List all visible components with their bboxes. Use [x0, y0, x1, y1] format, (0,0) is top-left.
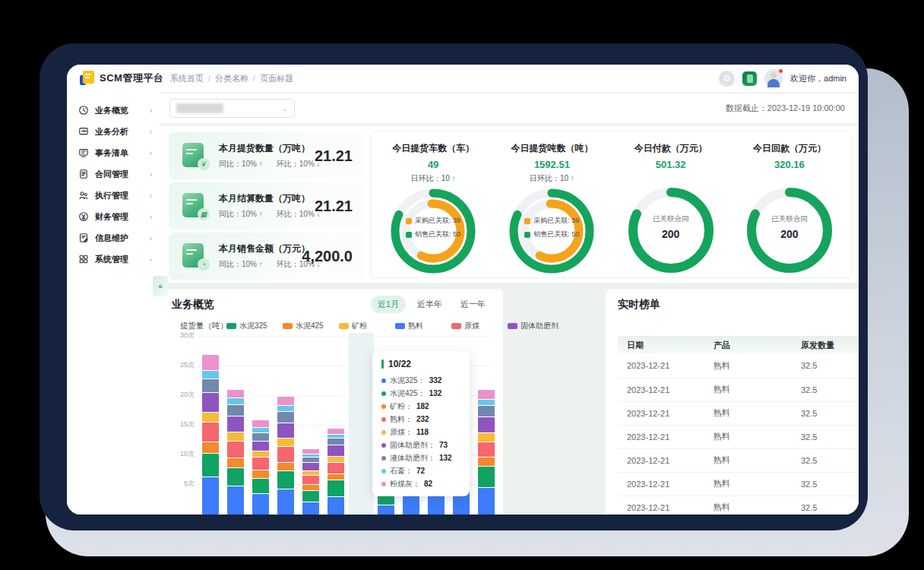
- bar-segment[interactable]: [227, 398, 244, 404]
- breadcrumb-item[interactable]: 页面标题: [260, 73, 293, 84]
- bar-segment[interactable]: [328, 474, 344, 480]
- bar-segment[interactable]: [302, 491, 319, 502]
- tab-近半年[interactable]: 近半年: [410, 296, 449, 313]
- bar-segment[interactable]: [478, 417, 495, 433]
- bar-segment[interactable]: [202, 477, 219, 515]
- chart-tooltip: 10/22 水泥325：332 水泥425：132 矿粉：182 熟料：232 …: [372, 351, 470, 496]
- bar-segment[interactable]: [478, 442, 495, 457]
- bar-segment[interactable]: [277, 439, 294, 447]
- sidebar-item-财务管理[interactable]: 财务管理 ›: [67, 206, 160, 227]
- bar-segment[interactable]: [328, 445, 344, 456]
- bar-segment[interactable]: [252, 451, 269, 458]
- bar-segment[interactable]: [227, 458, 244, 467]
- breadcrumb-item[interactable]: 分类名称: [215, 73, 248, 84]
- bar-segment[interactable]: [202, 423, 219, 442]
- bar-segment[interactable]: [328, 429, 344, 434]
- table-card-title: 实时榜单: [618, 298, 660, 312]
- sidebar-item-执行管理[interactable]: 执行管理 ›: [67, 185, 160, 206]
- bar-segment[interactable]: [252, 494, 269, 515]
- bar-segment[interactable]: [328, 480, 344, 496]
- bar-segment[interactable]: [202, 355, 219, 371]
- bar-segment[interactable]: [252, 420, 269, 427]
- sidebar-item-系统管理[interactable]: 系统管理 ›: [67, 249, 160, 270]
- bar-segment[interactable]: [252, 479, 269, 493]
- bar-segment[interactable]: [277, 471, 294, 488]
- bar-segment[interactable]: [277, 489, 294, 515]
- sidebar-item-业务分析[interactable]: 业务分析 ›: [67, 121, 160, 142]
- bar-segment[interactable]: [478, 458, 495, 466]
- screenshot-icon[interactable]: [742, 71, 757, 86]
- legend-item[interactable]: 水泥325: [226, 321, 283, 331]
- bar-segment[interactable]: [202, 379, 219, 392]
- bar-segment[interactable]: [302, 471, 319, 475]
- bar-segment[interactable]: [328, 435, 344, 438]
- bar-segment[interactable]: [252, 433, 269, 442]
- legend-item[interactable]: 熟料: [395, 321, 451, 331]
- sidebar-item-合同管理[interactable]: 合同管理 ›: [67, 163, 160, 185]
- legend-item[interactable]: 原煤: [451, 321, 508, 331]
- bar-segment[interactable]: [328, 439, 344, 445]
- bar-segment[interactable]: [378, 505, 394, 515]
- bar-segment[interactable]: [478, 406, 495, 416]
- y-axis-tick: 25次: [172, 360, 195, 370]
- bar-segment[interactable]: [202, 454, 219, 477]
- legend-item[interactable]: 矿粉: [339, 321, 395, 331]
- table-header: 日期产品原发数量车牌号: [618, 336, 859, 354]
- tooltip-row: 固体助磨剂：73: [381, 439, 460, 451]
- bar-segment[interactable]: [478, 400, 495, 405]
- bar-segment[interactable]: [302, 463, 319, 470]
- bar-segment[interactable]: [227, 432, 244, 441]
- bar-segment[interactable]: [277, 406, 294, 411]
- sidebar-item-业务概览[interactable]: 业务概览 ›: [67, 100, 160, 121]
- bar-segment[interactable]: [252, 470, 269, 479]
- bar-segment[interactable]: [277, 423, 294, 438]
- tooltip-row: 熟料：232: [381, 413, 460, 426]
- bar-segment[interactable]: [202, 413, 219, 422]
- sidebar-collapse-button[interactable]: «: [153, 276, 168, 296]
- stat-card: ¥ 本月提货数量（万吨） 同比：10% ↑环比：10% ↓ 21.21: [169, 132, 363, 179]
- bar-segment[interactable]: [328, 457, 344, 462]
- settings-gear-icon[interactable]: ⚙: [719, 71, 735, 87]
- filter-select[interactable]: ⌄: [169, 99, 295, 118]
- bar-segment[interactable]: [478, 467, 495, 487]
- legend-item[interactable]: 水泥425: [283, 321, 339, 331]
- bar-segment[interactable]: [478, 433, 495, 442]
- y-axis-tick: 30次: [172, 331, 195, 340]
- bar-segment[interactable]: [202, 442, 219, 453]
- sidebar-item-事务清单[interactable]: 事务清单 ›: [67, 142, 160, 163]
- table-column-header: 产品: [704, 336, 792, 354]
- bar-segment[interactable]: [252, 428, 269, 432]
- bar-segment[interactable]: [277, 447, 294, 461]
- bar-segment[interactable]: [202, 393, 219, 412]
- bar-segment[interactable]: [227, 416, 244, 432]
- breadcrumb-item[interactable]: 系统首页: [170, 73, 204, 84]
- bar-segment[interactable]: [302, 476, 319, 484]
- tooltip-row: 粉煤灰：82: [381, 477, 460, 490]
- avatar[interactable]: [764, 69, 783, 87]
- bar-segment[interactable]: [202, 371, 219, 378]
- bar-segment[interactable]: [227, 405, 244, 416]
- tab-近一年[interactable]: 近一年: [454, 296, 492, 313]
- bar-segment[interactable]: [227, 390, 244, 398]
- bar-segment[interactable]: [302, 449, 319, 454]
- bar-segment[interactable]: [227, 468, 244, 486]
- legend-item[interactable]: 固体助磨剂: [508, 321, 564, 331]
- bar-segment[interactable]: [302, 485, 319, 490]
- bar-segment[interactable]: [328, 463, 344, 474]
- table-row: 2023-12-21 熟料 32.5 晋JV1565: [618, 401, 859, 425]
- bar-segment[interactable]: [302, 502, 319, 515]
- bar-segment[interactable]: [252, 442, 269, 450]
- bar-segment[interactable]: [478, 488, 495, 515]
- bar-segment[interactable]: [478, 390, 495, 398]
- bar-segment[interactable]: [252, 458, 269, 469]
- bar-segment[interactable]: [277, 397, 294, 405]
- sidebar-item-信息维护[interactable]: 信息维护 ›: [67, 227, 160, 249]
- tab-近1月[interactable]: 近1月: [371, 296, 406, 313]
- bar-segment[interactable]: [277, 412, 294, 423]
- bar-segment[interactable]: [328, 497, 344, 515]
- bar-segment[interactable]: [302, 454, 319, 457]
- bar-segment[interactable]: [227, 486, 244, 515]
- bar-segment[interactable]: [277, 463, 294, 471]
- bar-segment[interactable]: [302, 458, 319, 463]
- bar-segment[interactable]: [227, 442, 244, 458]
